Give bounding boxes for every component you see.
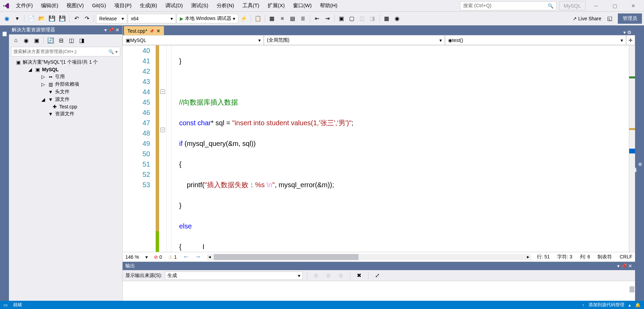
uncomment-button[interactable]: ▢ (347, 14, 357, 23)
tb-icon-5[interactable]: ≣ (298, 14, 308, 23)
output-vscroll[interactable] (630, 286, 634, 292)
output-source-dropdown[interactable]: 生成 ▾ (165, 271, 303, 280)
code-editor[interactable]: 40 41 42 43 44 45 46 47 48 49 50 51 52 5… (123, 45, 635, 252)
menu-git[interactable]: Git(G) (89, 0, 110, 11)
indent-left-button[interactable]: ⇤ (312, 14, 322, 23)
nav-project-dropdown[interactable]: ▣ MySQL ▾ (123, 35, 264, 45)
menu-file[interactable]: 文件(F) (12, 0, 36, 11)
start-debug-button[interactable]: ▶ 本地 Windows 调试器 ▾ (177, 14, 238, 23)
source-control-link[interactable]: 添加到源代码管理 (589, 302, 624, 308)
save-button[interactable]: 💾 (47, 14, 57, 23)
scrollbar-thumb[interactable] (214, 254, 359, 260)
gear-icon[interactable]: ⚙ (637, 162, 643, 167)
config-dropdown[interactable]: Release▾ (96, 14, 127, 23)
testcpp-node[interactable]: ✚ Test.cpp (9, 103, 122, 110)
expand-arrow-icon[interactable]: ▷ (41, 74, 46, 79)
out-btn-3[interactable]: ≣ (336, 271, 346, 280)
save-all-button[interactable]: 💾 (58, 14, 67, 23)
output-content[interactable] (123, 281, 635, 303)
scroll-indicator[interactable] (629, 45, 635, 252)
fold-toggle[interactable]: − (160, 128, 165, 132)
resources-node[interactable]: ▼ 资源文件 (9, 110, 122, 118)
tb-icon-9[interactable]: ◉ (392, 14, 402, 23)
undo-button[interactable]: ↶ (72, 14, 81, 23)
admin-badge[interactable]: 管理员 (618, 13, 642, 24)
tb-icon-7[interactable]: ◨ (368, 14, 377, 23)
sol-sync-button[interactable]: ▣ (32, 35, 41, 45)
expand-arrow-icon[interactable]: ▷ (41, 82, 46, 87)
out-toggle-button[interactable]: ⤢ (373, 271, 382, 280)
project-node[interactable]: ◢ ▣ MySQL (9, 66, 122, 73)
fold-toggle[interactable]: − (160, 89, 165, 94)
live-share-button[interactable]: ↗ Live Share (570, 16, 604, 21)
sol-collapse-button[interactable]: ⊟ (56, 35, 66, 45)
tab-dropdown-icon[interactable]: ▾ (623, 30, 626, 35)
sources-node[interactable]: ◢ ▼ 源文件 (9, 96, 122, 103)
menu-view[interactable]: 视图(V) (63, 0, 87, 11)
server-explorer-tab[interactable]: 服务器资源管理器 (1, 28, 8, 300)
indent-mode[interactable]: 制表符 (598, 254, 612, 260)
panel-pin-icon[interactable]: 📌 (621, 263, 627, 269)
indent-right-button[interactable]: ⇥ (323, 14, 332, 23)
tb-icon-1[interactable]: 📋 (253, 14, 263, 23)
sol-showall-button[interactable]: ◫ (66, 35, 76, 45)
open-file-button[interactable]: 📂 (37, 14, 46, 23)
tb-icon-3[interactable]: ≡ (278, 14, 287, 23)
redo-button[interactable]: ↷ (82, 14, 92, 23)
next-issue-button[interactable]: → (195, 253, 201, 260)
panel-close-icon[interactable]: ✕ (628, 263, 632, 269)
out-btn-2[interactable]: ≣ (324, 271, 333, 280)
panel-dropdown-icon[interactable]: ▾ (617, 263, 620, 269)
headers-node[interactable]: ▼ 头文件 (9, 88, 122, 96)
platform-dropdown[interactable]: x64▾ (128, 14, 176, 23)
tb-icon-4[interactable]: ▤ (288, 14, 298, 23)
panel-dropdown-icon[interactable]: ▾ (104, 27, 107, 33)
menu-help[interactable]: 帮助(H) (316, 0, 341, 11)
references-node[interactable]: ▷ ▪▪ 引用 (9, 73, 122, 81)
close-button[interactable]: ✕ (625, 1, 641, 10)
minimize-button[interactable]: ─ (588, 1, 604, 10)
warning-count[interactable]: ⚠ 1 (168, 254, 177, 260)
menu-edit[interactable]: 编辑(E) (38, 0, 62, 11)
maximize-button[interactable]: ▢ (607, 1, 623, 10)
bell-icon[interactable]: 🔔 (635, 302, 641, 308)
back-button[interactable]: ◉ (2, 14, 12, 23)
out-btn-1[interactable]: ≣ (311, 271, 321, 280)
line-ending[interactable]: CRLF (620, 254, 632, 260)
menu-analyze[interactable]: 分析(N) (213, 0, 238, 11)
external-deps-node[interactable]: ▷ ▥ 外部依赖项 (9, 81, 122, 88)
pin-icon[interactable]: 📌 (149, 29, 154, 33)
out-clear-button[interactable]: ✖ (354, 271, 364, 280)
menu-test[interactable]: 测试(S) (188, 0, 212, 11)
new-file-button[interactable]: 📄 (27, 14, 36, 23)
error-count[interactable]: ⊘ 0 (154, 254, 162, 260)
menu-window[interactable]: 窗口(W) (290, 0, 315, 11)
forward-button[interactable]: ▾ (12, 14, 22, 23)
tb-icon-6[interactable]: ◫ (357, 14, 367, 23)
tab-settings-icon[interactable]: ⚙ (627, 30, 632, 35)
code-content[interactable]: } //向数据库插入数据 const char* sql = "insert i… (172, 45, 629, 252)
tb-icon-8[interactable]: ▦ (382, 14, 392, 23)
menu-tools[interactable]: 工具(T) (239, 0, 263, 11)
panel-close-icon[interactable]: ✕ (115, 27, 120, 33)
nav-scope-dropdown[interactable]: (全局范围) ▾ (264, 35, 445, 45)
expand-arrow-icon[interactable]: ◢ (41, 97, 46, 102)
horizontal-scrollbar[interactable]: ◂ ▸ (207, 254, 531, 260)
split-button[interactable]: ✛ (626, 35, 635, 45)
attach-button[interactable]: ⚡ (239, 14, 249, 23)
editor-tab-testcpp[interactable]: Test.cpp* 📌 ✕ (124, 26, 164, 35)
expand-arrow-icon[interactable]: ◢ (28, 67, 33, 72)
menu-project[interactable]: 项目(P) (111, 0, 135, 11)
nav-function-dropdown[interactable]: ◉ test() ▾ (445, 35, 626, 45)
solution-root[interactable]: ▣ 解决方案"MySQL"(1 个项目/共 1 个 (9, 58, 122, 66)
menu-build[interactable]: 生成(B) (136, 0, 160, 11)
chevron-up-icon[interactable]: ▴ (629, 302, 631, 308)
solution-search-input[interactable]: 搜索解决方案资源管理器(Ctrl+;) 🔍 ▾ (11, 47, 120, 56)
feedback-button[interactable]: ◱ (605, 14, 614, 23)
tb-icon-2[interactable]: ▦ (267, 14, 277, 23)
sol-back-button[interactable]: ◉ (21, 35, 31, 45)
panel-pin-icon[interactable]: 📌 (108, 27, 114, 33)
sol-home-button[interactable]: ⌂ (11, 35, 21, 45)
sol-properties-button[interactable]: ◨ (77, 35, 86, 45)
zoom-level[interactable]: 146 % (125, 254, 139, 260)
